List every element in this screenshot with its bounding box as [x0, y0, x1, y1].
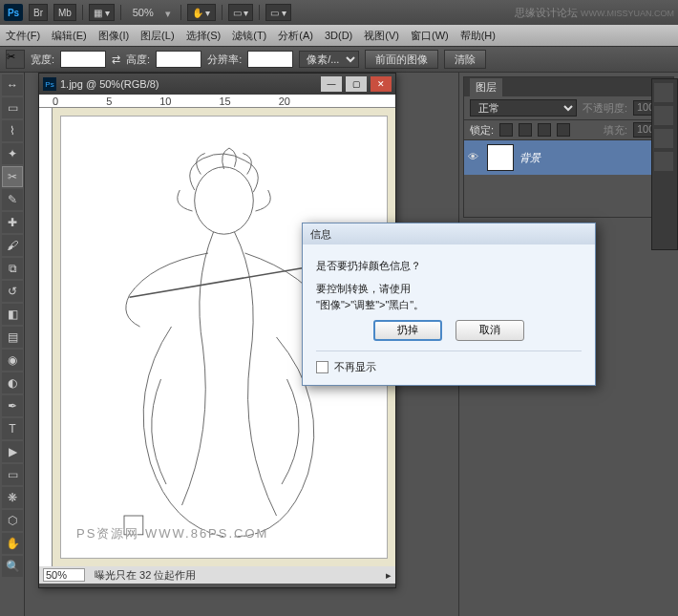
ruler-vertical [39, 108, 53, 566]
view-extras-button[interactable]: ▦ ▾ [89, 4, 115, 21]
3d-camera-tool[interactable]: ⬡ [2, 510, 23, 531]
blend-mode-select[interactable]: 正常 [470, 99, 577, 117]
dialog-message-3: "图像">"调整">"黑白"。 [316, 297, 582, 314]
menu-window[interactable]: 窗口(W) [411, 29, 449, 43]
zoom-tool[interactable]: 🔍 [2, 556, 23, 577]
front-image-button[interactable]: 前面的图像 [365, 50, 438, 69]
ps-doc-icon: Ps [43, 77, 56, 91]
height-label: 高度: [126, 53, 150, 67]
menu-filter[interactable]: 滤镜(T) [232, 29, 266, 43]
blur-tool[interactable]: ◉ [2, 350, 23, 371]
dont-show-checkbox[interactable] [316, 361, 328, 373]
collapsed-panel-strip[interactable] [651, 78, 678, 250]
3d-tool[interactable]: ❋ [2, 487, 23, 508]
layer-thumbnail[interactable] [487, 144, 514, 171]
gradient-tool[interactable]: ▤ [2, 327, 23, 348]
layer-lock-row: 锁定: 填充: 100% [464, 119, 673, 140]
marquee-tool[interactable]: ▭ [2, 97, 23, 118]
separator [120, 5, 121, 20]
artwork-watermark: PS资源网 WWW.86PS.COM [76, 525, 268, 542]
status-chevron-icon[interactable]: ▸ [386, 569, 392, 582]
heal-tool[interactable]: ✚ [2, 212, 23, 233]
resolution-input[interactable] [247, 51, 293, 68]
ruler-tick: 10 [159, 96, 171, 107]
menu-analysis[interactable]: 分析(A) [278, 29, 313, 43]
clear-button[interactable]: 清除 [444, 50, 486, 69]
bridge-button[interactable]: Br [29, 4, 48, 21]
dialog-message-1: 是否要扔掉颜色信息？ [316, 258, 582, 281]
crop-tool-icon[interactable]: ✂ [6, 50, 25, 69]
strip-icon[interactable] [654, 129, 673, 148]
lock-pixels-icon[interactable] [519, 123, 532, 137]
strip-icon[interactable] [654, 106, 673, 125]
move-tool[interactable]: ↔ [2, 74, 23, 96]
lock-position-icon[interactable] [538, 123, 551, 137]
lock-all-icon[interactable] [557, 123, 570, 137]
pen-tool[interactable]: ✒ [2, 395, 23, 416]
document-title: 1.jpg @ 50%(RGB/8) [60, 78, 317, 90]
arrange-button[interactable]: ▭ ▾ [228, 4, 254, 21]
layer-row-background[interactable]: 👁 背景 🔒 [464, 140, 673, 175]
brush-tool[interactable]: 🖌 [2, 235, 23, 256]
separator [222, 5, 222, 20]
minimize-button[interactable]: — [321, 76, 342, 92]
visibility-eye-icon[interactable]: 👁 [468, 151, 481, 164]
menu-select[interactable]: 选择(S) [186, 29, 222, 43]
dialog-message-2: 要控制转换，请使用 [316, 281, 582, 298]
eyedropper-tool[interactable]: ✎ [2, 189, 23, 210]
hand-tool[interactable]: ✋ [2, 533, 23, 554]
menu-help[interactable]: 帮助(H) [460, 29, 496, 43]
chevron-down-icon[interactable]: ▾ [165, 8, 175, 17]
opacity-label: 不透明度: [583, 101, 627, 116]
lock-transparency-icon[interactable] [499, 123, 513, 137]
document-statusbar: 50% 曝光只在 32 位起作用 ▸ [39, 566, 395, 584]
width-input[interactable] [60, 51, 106, 68]
type-tool[interactable]: T [2, 418, 23, 439]
watermark-label: 思缘设计论坛 [515, 7, 578, 18]
wand-tool[interactable]: ✦ [2, 143, 23, 164]
menu-layer[interactable]: 图层(L) [140, 29, 174, 43]
dialog-titlebar[interactable]: 信息 [303, 223, 595, 244]
fill-label: 填充: [604, 123, 627, 138]
maximize-button[interactable]: ▢ [346, 76, 367, 92]
tab-layers[interactable]: 图层 [470, 78, 502, 96]
menu-bar: 文件(F) 编辑(E) 图像(I) 图层(L) 选择(S) 滤镜(T) 分析(A… [0, 25, 678, 46]
menu-edit[interactable]: 编辑(E) [52, 29, 87, 43]
separator [180, 5, 181, 20]
cancel-button[interactable]: 取消 [456, 320, 524, 341]
unit-select[interactable]: 像素/... [299, 51, 359, 68]
discard-button[interactable]: 扔掉 [373, 320, 442, 341]
panel-tabs: 图层 [464, 77, 673, 96]
zoom-field[interactable]: 50% [43, 568, 85, 582]
info-dialog: 信息 是否要扔掉颜色信息？ 要控制转换，请使用 "图像">"调整">"黑白"。 … [302, 223, 596, 386]
eraser-tool[interactable]: ◧ [2, 304, 23, 325]
hand-tool-button[interactable]: ✋ ▾ [187, 4, 216, 21]
dodge-tool[interactable]: ◐ [2, 372, 23, 393]
dialog-buttons: 扔掉 取消 [316, 314, 582, 350]
stamp-tool[interactable]: ⧉ [2, 258, 23, 279]
zoom-level[interactable]: 50% [127, 7, 159, 18]
shape-tool[interactable]: ▭ [2, 464, 23, 485]
path-select-tool[interactable]: ▶ [2, 441, 23, 462]
layer-name[interactable]: 背景 [519, 151, 650, 165]
menu-view[interactable]: 视图(V) [364, 29, 399, 43]
layer-list: 👁 背景 🔒 [464, 140, 673, 217]
document-titlebar[interactable]: Ps 1.jpg @ 50%(RGB/8) — ▢ ✕ [39, 74, 395, 95]
screen-mode-button[interactable]: ▭ ▾ [265, 4, 291, 21]
height-input[interactable] [156, 51, 201, 68]
menu-file[interactable]: 文件(F) [6, 29, 40, 43]
dont-show-row: 不再显示 [316, 350, 582, 376]
lasso-tool[interactable]: ⌇ [2, 120, 23, 141]
close-button[interactable]: ✕ [371, 76, 392, 92]
swap-icon[interactable]: ⇄ [112, 53, 120, 66]
strip-icon[interactable] [654, 83, 673, 102]
separator [259, 5, 260, 20]
tools-panel: ↔ ▭ ⌇ ✦ ✂ ✎ ✚ 🖌 ⧉ ↺ ◧ ▤ ◉ ◐ ✒ T ▶ ▭ ❋ ⬡ … [0, 73, 25, 616]
menu-image[interactable]: 图像(I) [98, 29, 129, 43]
minibridge-button[interactable]: Mb [53, 4, 76, 21]
menu-3d[interactable]: 3D(D) [325, 30, 352, 41]
crop-tool[interactable]: ✂ [2, 166, 23, 187]
strip-icon[interactable] [654, 152, 673, 171]
history-brush-tool[interactable]: ↺ [2, 281, 23, 302]
ruler-horizontal: 0 5 10 15 20 [39, 95, 395, 108]
